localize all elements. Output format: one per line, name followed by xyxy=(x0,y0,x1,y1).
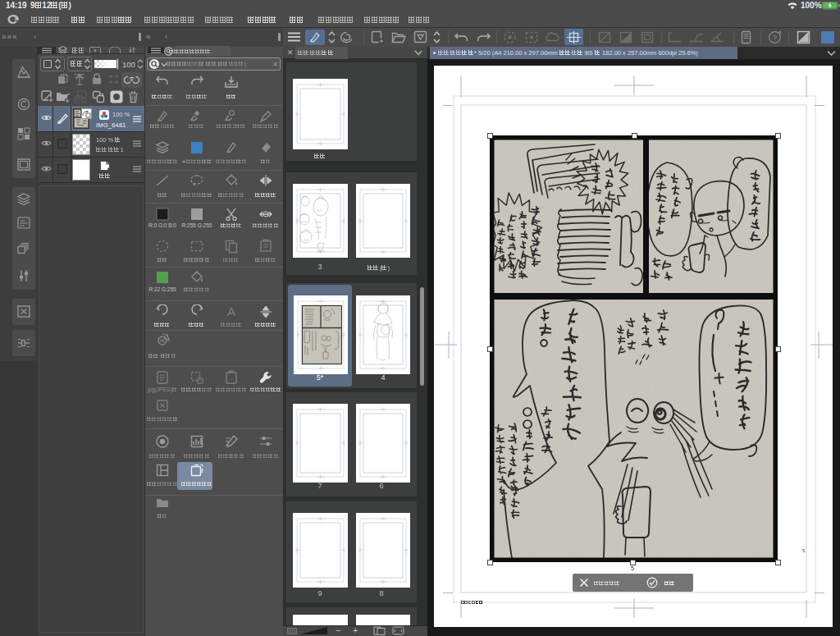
svg-text:A: A xyxy=(227,304,235,318)
svg-text:?: ? xyxy=(773,34,777,42)
